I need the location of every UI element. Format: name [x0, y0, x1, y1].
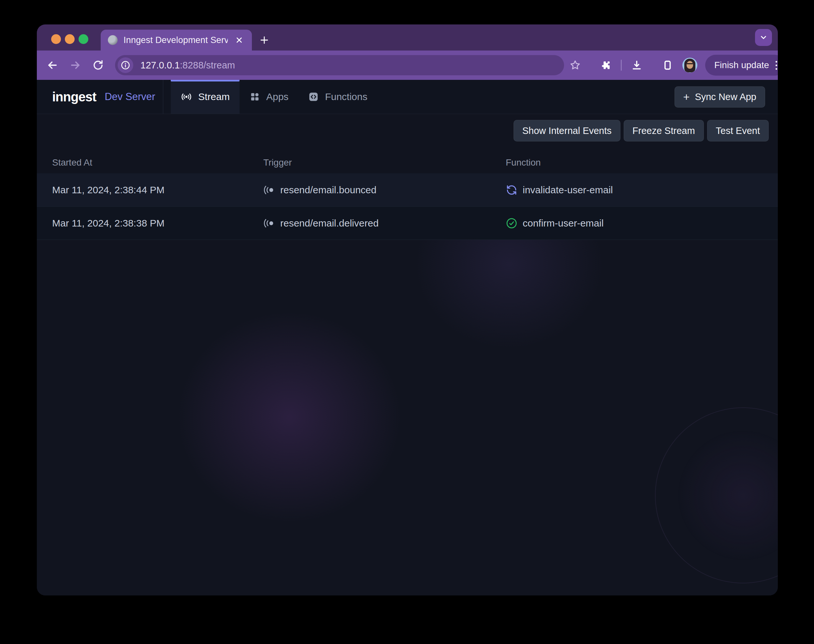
profile-avatar[interactable] — [682, 58, 697, 73]
downloads-button[interactable] — [630, 58, 644, 72]
cell-started-at: Mar 11, 2024, 2:38:38 PM — [52, 218, 263, 229]
tab-apps[interactable]: Apps — [239, 80, 298, 114]
tab-functions[interactable]: Functions — [298, 80, 377, 114]
header-divider — [163, 80, 163, 114]
puzzle-icon — [600, 59, 612, 71]
plus-icon: + — [683, 91, 690, 102]
chevron-down-icon — [759, 33, 768, 42]
function-name: invalidate-user-email — [523, 184, 613, 196]
stream-icon — [181, 91, 192, 103]
event-trigger-icon — [263, 218, 275, 229]
reload-icon — [92, 59, 104, 71]
browser-toolbar: 127.0.0.1:8288/stream Finish updat — [37, 51, 778, 80]
address-bar[interactable]: 127.0.0.1:8288/stream — [115, 55, 564, 75]
toolbar-divider — [621, 60, 622, 71]
status-running-icon — [506, 184, 517, 196]
tab-stream[interactable]: Stream — [171, 80, 239, 114]
sync-new-app-button[interactable]: + Sync New App — [675, 86, 765, 107]
app-nav-tabs: Stream Apps Functions — [171, 80, 377, 114]
cell-started-at: Mar 11, 2024, 2:38:44 PM — [52, 184, 263, 196]
site-info-button[interactable] — [118, 57, 133, 73]
browser-menu-icon[interactable] — [772, 58, 778, 72]
favicon-icon — [108, 35, 118, 45]
cell-trigger: resend/email.bounced — [263, 184, 506, 196]
background-ring — [655, 407, 778, 583]
info-icon — [121, 60, 130, 70]
background-glow — [135, 270, 444, 564]
show-internal-events-button[interactable]: Show Internal Events — [514, 120, 621, 141]
sync-new-app-label: Sync New App — [695, 92, 756, 102]
cell-function: invalidate-user-email — [506, 184, 778, 196]
brand: inngest Dev Server — [37, 80, 155, 114]
browser-tab-strip: Inngest Development Server — [37, 25, 778, 51]
freeze-stream-button[interactable]: Freeze Stream — [624, 120, 704, 141]
cell-trigger: resend/email.delivered — [263, 218, 506, 229]
table-row[interactable]: Mar 11, 2024, 2:38:44 PM resend/email.bo… — [37, 173, 778, 207]
reload-button[interactable] — [91, 58, 105, 72]
url-host: 127.0.0.1 — [141, 60, 180, 71]
browser-tab[interactable]: Inngest Development Server — [101, 30, 252, 51]
finish-update-label: Finish update — [714, 60, 769, 71]
cell-function: confirm-user-email — [506, 218, 778, 229]
new-tab-button[interactable] — [256, 32, 273, 49]
apps-icon — [249, 91, 261, 102]
function-name: confirm-user-email — [523, 218, 604, 229]
tab-title: Inngest Development Server — [124, 35, 228, 45]
tab-functions-label: Functions — [325, 91, 367, 102]
trigger-name: resend/email.bounced — [280, 184, 376, 196]
trigger-name: resend/email.delivered — [280, 218, 379, 229]
status-completed-icon — [506, 218, 517, 229]
dev-server-label: Dev Server — [104, 91, 155, 103]
header-trigger: Trigger — [263, 157, 506, 168]
back-button[interactable] — [45, 58, 60, 72]
app-header: inngest Dev Server Stream Apps — [37, 80, 778, 114]
tab-search-button[interactable] — [755, 29, 772, 46]
stream-controls: Show Internal Events Freeze Stream Test … — [37, 114, 778, 141]
table-row[interactable]: Mar 11, 2024, 2:38:38 PM resend/email.de… — [37, 207, 778, 240]
stream-page: Show Internal Events Freeze Stream Test … — [37, 114, 778, 595]
extensions-button[interactable] — [599, 58, 613, 72]
download-icon — [631, 59, 642, 71]
star-icon — [569, 59, 581, 71]
inngest-logo: inngest — [52, 90, 96, 104]
zoom-window-button[interactable] — [78, 34, 88, 44]
side-panel-icon — [662, 60, 673, 71]
stream-table: Started At Trigger Function Mar 11, 2024… — [37, 152, 778, 240]
test-event-button[interactable]: Test Event — [707, 120, 769, 141]
tab-stream-label: Stream — [198, 91, 230, 102]
forward-arrow-icon — [69, 59, 81, 71]
finish-update-button[interactable]: Finish update — [705, 55, 778, 76]
url-path: :8288/stream — [180, 60, 235, 71]
event-trigger-icon — [263, 184, 275, 196]
header-started-at: Started At — [52, 157, 263, 168]
minimize-window-button[interactable] — [65, 34, 75, 44]
close-window-button[interactable] — [51, 34, 61, 44]
tab-apps-label: Apps — [266, 91, 288, 102]
header-function: Function — [506, 157, 778, 168]
functions-icon — [308, 91, 319, 102]
table-header-row: Started At Trigger Function — [37, 152, 778, 173]
forward-button[interactable] — [68, 58, 83, 72]
tab-close-icon[interactable] — [234, 35, 245, 46]
url-text: 127.0.0.1:8288/stream — [141, 60, 235, 71]
bookmark-button[interactable] — [568, 58, 582, 72]
back-arrow-icon — [46, 59, 59, 71]
side-panel-button[interactable] — [660, 58, 675, 72]
browser-window: Inngest Development Server 127.0.0.1:828 — [37, 25, 778, 595]
